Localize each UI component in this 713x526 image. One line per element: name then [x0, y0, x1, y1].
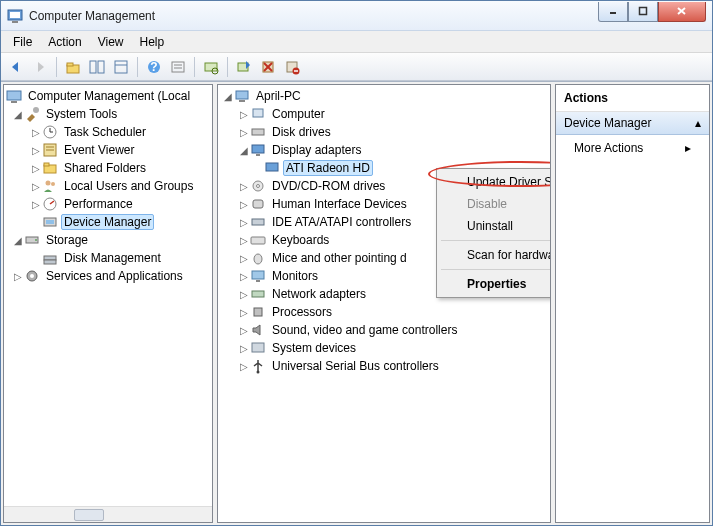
svg-rect-62: [252, 271, 264, 279]
tree-device-manager[interactable]: Device Manager: [4, 213, 212, 231]
device-tree[interactable]: ◢April-PC ▷Computer ▷Disk drives ◢Displa…: [218, 85, 550, 522]
services-icon: [24, 268, 40, 284]
collapse-arrow-icon: ▴: [695, 116, 701, 130]
expand-icon[interactable]: ▷: [30, 181, 42, 192]
forward-button[interactable]: [29, 56, 51, 78]
actions-section[interactable]: Device Manager ▴: [556, 112, 709, 135]
svg-rect-11: [115, 61, 127, 73]
cpu-icon: [250, 304, 266, 320]
scan-hardware-button[interactable]: [200, 56, 222, 78]
menu-help[interactable]: Help: [132, 33, 173, 51]
device-usb[interactable]: ▷Universal Serial Bus controllers: [218, 357, 550, 375]
ctx-uninstall[interactable]: Uninstall: [439, 215, 551, 237]
console-tree[interactable]: Computer Management (Local ◢System Tools…: [4, 85, 212, 506]
expand-icon[interactable]: ▷: [238, 271, 250, 282]
tree-task-scheduler[interactable]: ▷Task Scheduler: [4, 123, 212, 141]
sound-icon: [250, 322, 266, 338]
minimize-button[interactable]: [598, 2, 628, 22]
collapse-icon[interactable]: ◢: [238, 145, 250, 156]
actions-more[interactable]: More Actions ▸: [556, 135, 709, 161]
expand-icon[interactable]: ▷: [238, 361, 250, 372]
expand-icon[interactable]: ▷: [238, 325, 250, 336]
titlebar[interactable]: Computer Management: [1, 1, 712, 31]
help-button[interactable]: ?: [143, 56, 165, 78]
collapse-icon[interactable]: ◢: [12, 109, 24, 120]
properties-toolbar-button[interactable]: [110, 56, 132, 78]
tree-root[interactable]: Computer Management (Local: [4, 87, 212, 105]
device-disk-drives[interactable]: ▷Disk drives: [218, 123, 550, 141]
collapse-icon[interactable]: ◢: [12, 235, 24, 246]
close-button[interactable]: [658, 2, 706, 22]
tree-local-users[interactable]: ▷Local Users and Groups: [4, 177, 212, 195]
expand-icon[interactable]: ▷: [30, 199, 42, 210]
tree-services-apps[interactable]: ▷Services and Applications: [4, 267, 212, 285]
back-button[interactable]: [5, 56, 27, 78]
menu-view[interactable]: View: [90, 33, 132, 51]
maximize-button[interactable]: [628, 2, 658, 22]
uninstall-driver-button[interactable]: [257, 56, 279, 78]
svg-rect-55: [266, 163, 278, 171]
expand-icon[interactable]: ▷: [238, 181, 250, 192]
ctx-disable[interactable]: Disable: [439, 193, 551, 215]
expand-icon[interactable]: ▷: [238, 307, 250, 318]
expand-icon[interactable]: ▷: [238, 253, 250, 264]
expand-icon[interactable]: ▷: [30, 127, 42, 138]
expand-icon[interactable]: ▷: [30, 145, 42, 156]
svg-point-67: [257, 371, 260, 374]
svg-point-38: [46, 181, 51, 186]
show-hide-tree-button[interactable]: [86, 56, 108, 78]
tree-shared-folders[interactable]: ▷Shared Folders: [4, 159, 212, 177]
horizontal-scrollbar[interactable]: [4, 506, 212, 522]
svg-rect-4: [640, 8, 647, 15]
dvd-icon: [250, 178, 266, 194]
expand-icon[interactable]: ▷: [238, 127, 250, 138]
svg-rect-9: [90, 61, 96, 73]
svg-rect-52: [252, 129, 264, 135]
menu-file[interactable]: File: [5, 33, 40, 51]
tree-disk-management[interactable]: Disk Management: [4, 249, 212, 267]
ctx-scan[interactable]: Scan for hardware changes: [439, 244, 551, 266]
tree-performance[interactable]: ▷Performance: [4, 195, 212, 213]
tree-system-tools[interactable]: ◢System Tools: [4, 105, 212, 123]
collapse-icon[interactable]: ◢: [222, 91, 234, 102]
device-system[interactable]: ▷System devices: [218, 339, 550, 357]
menu-action[interactable]: Action: [40, 33, 89, 51]
actions-pane: Actions Device Manager ▴ More Actions ▸: [555, 84, 710, 523]
device-processors[interactable]: ▷Processors: [218, 303, 550, 321]
svg-rect-50: [239, 100, 245, 102]
shared-folder-icon: [42, 160, 58, 176]
up-button[interactable]: [62, 56, 84, 78]
disable-driver-button[interactable]: [281, 56, 303, 78]
toolbar-separator: [137, 57, 138, 77]
svg-rect-63: [256, 280, 260, 282]
expand-icon[interactable]: ▷: [238, 109, 250, 120]
expand-icon[interactable]: ▷: [238, 199, 250, 210]
scrollbar-thumb[interactable]: [74, 509, 104, 521]
device-sound[interactable]: ▷Sound, video and game controllers: [218, 321, 550, 339]
mouse-icon: [250, 250, 266, 266]
expand-icon[interactable]: ▷: [238, 217, 250, 228]
device-display-adapters[interactable]: ◢Display adapters: [218, 141, 550, 159]
expand-icon[interactable]: ▷: [238, 235, 250, 246]
device-computer[interactable]: ▷Computer: [218, 105, 550, 123]
expand-icon[interactable]: ▷: [30, 163, 42, 174]
tree-storage[interactable]: ◢Storage: [4, 231, 212, 249]
computer-management-window: Computer Management File Action View Hel…: [0, 0, 713, 526]
expand-icon[interactable]: ▷: [238, 289, 250, 300]
ctx-properties[interactable]: Properties: [439, 273, 551, 295]
tree-event-viewer[interactable]: ▷Event Viewer: [4, 141, 212, 159]
toolbar-separator: [194, 57, 195, 77]
svg-rect-45: [44, 256, 56, 260]
actions-more-label: More Actions: [574, 141, 643, 155]
svg-rect-53: [252, 145, 264, 153]
display-icon: [250, 142, 266, 158]
toolbar-icon[interactable]: [167, 56, 189, 78]
expand-icon[interactable]: ▷: [12, 271, 24, 282]
svg-rect-2: [12, 21, 18, 23]
expand-icon[interactable]: ▷: [238, 343, 250, 354]
ctx-update-driver[interactable]: Update Driver Software...: [439, 171, 551, 193]
device-root[interactable]: ◢April-PC: [218, 87, 550, 105]
submenu-arrow-icon: ▸: [685, 141, 691, 155]
update-driver-button[interactable]: [233, 56, 255, 78]
svg-rect-58: [253, 200, 263, 208]
